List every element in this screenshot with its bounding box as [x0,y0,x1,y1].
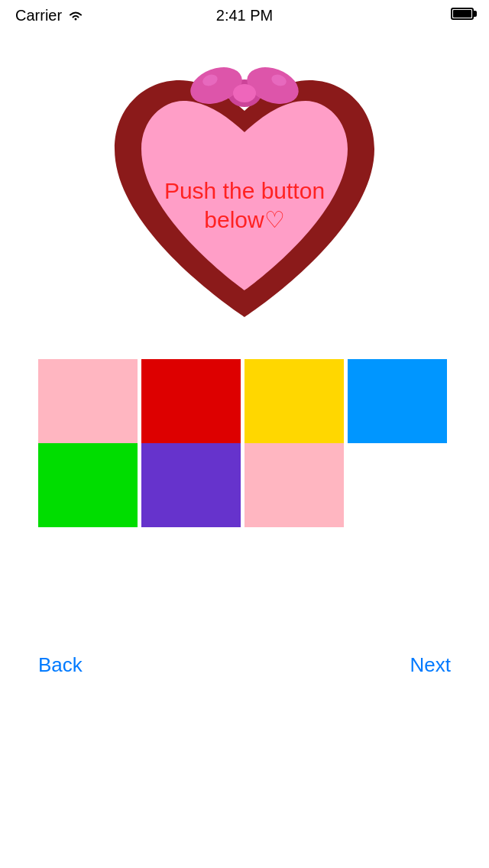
color-button-empty [348,443,447,527]
back-button[interactable]: Back [38,653,83,677]
color-button-pink-light2[interactable] [244,443,344,527]
heart-graphic: Push the button below♡ [92,46,397,336]
battery-indicator [451,8,474,23]
color-button-red[interactable] [141,359,241,443]
svg-text:below♡: below♡ [204,207,284,232]
status-time: 2:41 PM [216,7,273,24]
nav-bar: Back Next [0,653,489,677]
color-button-green[interactable] [38,443,138,527]
color-grid [0,359,489,527]
svg-point-3 [233,84,256,102]
next-button[interactable]: Next [410,653,451,677]
color-button-purple[interactable] [141,443,241,527]
color-button-blue[interactable] [348,359,447,443]
status-bar: Carrier 2:41 PM [0,0,489,31]
wifi-icon [68,10,83,21]
heart-container: Push the button below♡ [0,31,489,336]
color-button-yellow[interactable] [244,359,344,443]
carrier-label: Carrier [15,7,83,24]
color-button-pink-light[interactable] [38,359,138,443]
svg-text:Push the button: Push the button [164,178,325,203]
carrier-text: Carrier [15,7,62,24]
